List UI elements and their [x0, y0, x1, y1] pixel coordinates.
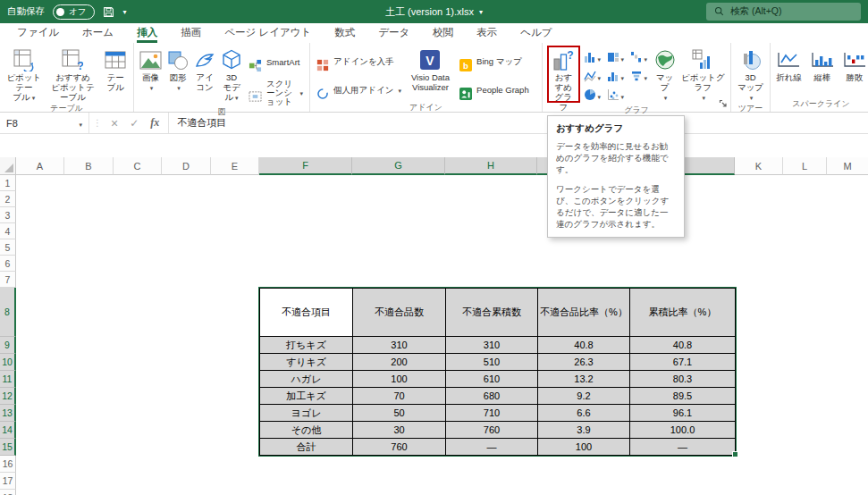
table-header-cell[interactable]: 累積比率（%） [630, 289, 736, 337]
row-header-16[interactable]: 16 [0, 456, 16, 473]
my-addins-button[interactable]: 個人用アドイン [316, 79, 401, 102]
table-cell[interactable]: 加工キズ [260, 388, 353, 405]
tab-file[interactable]: ファイル [5, 23, 71, 43]
table-header-cell[interactable]: 不適合累積数 [446, 289, 538, 337]
tab-page-layout[interactable]: ページ レイアウト [213, 23, 323, 43]
search-input[interactable]: 検索 (Alt+Q) [706, 3, 861, 21]
table-cell[interactable]: 200 [353, 354, 446, 371]
table-cell[interactable]: 40.8 [538, 337, 630, 354]
tab-view[interactable]: 表示 [465, 23, 509, 43]
selection-fill-handle[interactable] [732, 451, 738, 457]
tab-formulas[interactable]: 数式 [323, 23, 367, 43]
people-graph-button[interactable]: People Graph [459, 79, 529, 102]
recommended-pivot-tables-button[interactable]: ? おすすめ ピボットテーブル [46, 45, 101, 103]
table-cell[interactable]: 30 [353, 422, 446, 439]
row-header-3[interactable]: 3 [0, 207, 16, 223]
table-cell[interactable]: 310 [353, 337, 446, 354]
title-dropdown-icon[interactable]: ▾ [479, 8, 483, 16]
insert-waterfall-chart-button[interactable] [628, 48, 652, 67]
column-header-L[interactable]: L [783, 157, 827, 175]
cancel-entry-icon[interactable] [111, 116, 118, 130]
insert-line-chart-button[interactable] [582, 67, 605, 86]
column-header-C[interactable]: C [114, 157, 162, 175]
table-cell[interactable]: 100 [353, 371, 446, 388]
table-cell[interactable]: 310 [446, 337, 538, 354]
insert-statistic-chart-button[interactable] [605, 67, 628, 86]
sparkline-column-button[interactable]: 縦棒 [808, 45, 837, 98]
table-cell[interactable]: 80.3 [630, 371, 736, 388]
table-cell[interactable]: 67.1 [630, 354, 736, 371]
sparkline-line-button[interactable]: 折れ線 [773, 45, 805, 98]
row-header-8[interactable]: 8 [0, 288, 16, 337]
table-header-cell[interactable]: 不適合品数 [353, 289, 446, 337]
table-cell[interactable]: 打ちキズ [260, 337, 353, 354]
tab-home[interactable]: ホーム [71, 23, 125, 43]
table-cell[interactable]: 26.3 [538, 354, 630, 371]
table-button[interactable]: テーブル [100, 45, 131, 103]
row-header-1[interactable]: 1 [0, 175, 16, 191]
table-cell[interactable]: 合計 [260, 439, 353, 456]
maps-button[interactable]: マップ [652, 45, 678, 105]
grid-cells[interactable]: 不適合項目不適合品数不適合累積数不適合品比率（%）累積比率（%）打ちキズ3103… [16, 175, 868, 495]
table-cell[interactable]: 610 [446, 371, 538, 388]
row-header-4[interactable]: 4 [0, 223, 16, 239]
select-all-corner[interactable] [0, 157, 16, 175]
bing-maps-button[interactable]: b Bing マップ [459, 50, 529, 73]
charts-dialog-launcher-icon[interactable] [719, 99, 728, 110]
shapes-button[interactable]: 図形 [164, 45, 191, 106]
insert-function-icon[interactable]: fx [150, 116, 159, 130]
insert-combo-chart-button[interactable] [628, 67, 652, 86]
table-cell[interactable]: ハガレ [260, 371, 353, 388]
row-header-9[interactable]: 9 [0, 337, 16, 354]
table-cell[interactable]: 9.2 [538, 388, 630, 405]
column-header-D[interactable]: D [162, 157, 211, 175]
tab-data[interactable]: データ [367, 23, 421, 43]
row-header-15[interactable]: 15 [0, 439, 16, 456]
3d-models-button[interactable]: 3D モデル [218, 45, 245, 106]
insert-pie-chart-button[interactable] [582, 86, 605, 105]
table-cell[interactable]: 760 [353, 439, 446, 456]
table-cell[interactable]: 100 [538, 439, 630, 456]
column-header-G[interactable]: G [352, 157, 445, 175]
row-header-7[interactable]: 7 [0, 272, 16, 288]
row-header-2[interactable]: 2 [0, 191, 16, 207]
insert-scatter-chart-button[interactable] [605, 86, 628, 105]
icons-button[interactable]: アイ コン [191, 45, 218, 106]
table-cell[interactable]: ヨゴレ [260, 405, 353, 422]
tab-draw[interactable]: 描画 [169, 23, 213, 43]
save-icon[interactable] [103, 6, 114, 18]
table-cell[interactable]: 96.1 [630, 405, 736, 422]
column-header-M[interactable]: M [827, 157, 868, 175]
row-header-11[interactable]: 11 [0, 371, 16, 388]
table-cell[interactable]: 760 [446, 422, 538, 439]
visio-data-visualizer-button[interactable]: V Visio Data Visualizer [409, 45, 452, 102]
table-header-cell[interactable]: 不適合品比率（%） [538, 289, 630, 337]
row-header-14[interactable]: 14 [0, 422, 16, 439]
table-cell[interactable]: 70 [353, 388, 446, 405]
row-header-10[interactable]: 10 [0, 354, 16, 371]
tab-help[interactable]: ヘルプ [509, 23, 563, 43]
row-header-18[interactable]: 18 [0, 490, 16, 495]
table-cell[interactable]: 3.9 [538, 422, 630, 439]
table-cell[interactable]: 40.8 [630, 337, 736, 354]
column-header-B[interactable]: B [64, 157, 114, 175]
table-cell[interactable]: — [446, 439, 538, 456]
insert-column-chart-button[interactable] [582, 48, 605, 67]
table-cell[interactable]: その他 [260, 422, 353, 439]
column-header-A[interactable]: A [16, 157, 64, 175]
pivot-table-button[interactable]: ピボットテー ブル [3, 45, 46, 103]
recommended-charts-button[interactable]: ? おすすめ グラフ [549, 47, 578, 101]
autosave-toggle[interactable]: オフ [53, 4, 95, 20]
table-cell[interactable]: — [630, 439, 736, 456]
column-header-E[interactable]: E [211, 157, 259, 175]
smartart-button[interactable]: SmartArt [249, 50, 303, 74]
quick-access-dropdown-icon[interactable]: ▾ [122, 8, 126, 16]
pictures-button[interactable]: 画像 [137, 45, 164, 106]
table-cell[interactable]: 710 [446, 405, 538, 422]
table-cell[interactable]: 6.6 [538, 405, 630, 422]
3d-map-button[interactable]: 3D マップ [734, 45, 767, 103]
table-cell[interactable]: 89.5 [630, 388, 736, 405]
sparkline-winloss-button[interactable]: 勝敗 [840, 45, 868, 98]
table-cell[interactable]: 50 [353, 405, 446, 422]
name-box[interactable]: F8 [0, 113, 89, 133]
